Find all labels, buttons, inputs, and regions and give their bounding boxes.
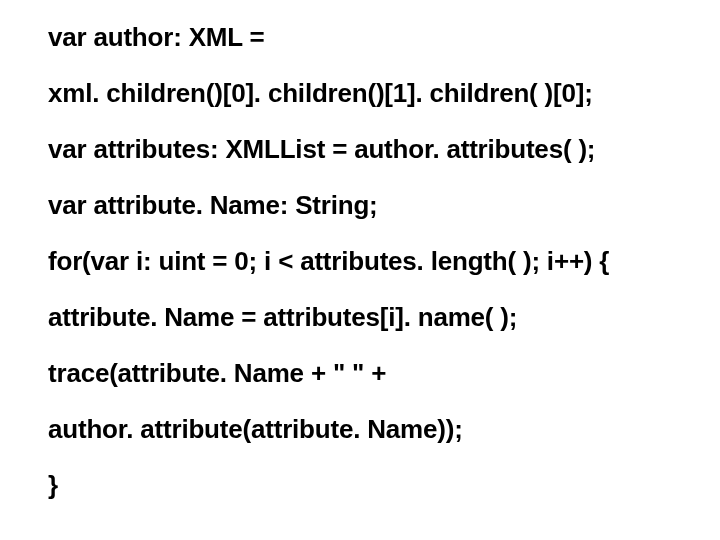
code-line: author. attribute(attribute. Name)); <box>48 416 680 442</box>
code-line: for(var i: uint = 0; i < attributes. len… <box>48 248 680 274</box>
code-line: var author: XML = <box>48 24 680 50</box>
code-line: xml. children()[0]. children()[1]. child… <box>48 80 680 106</box>
code-line: var attribute. Name: String; <box>48 192 680 218</box>
code-block: var author: XML = xml. children()[0]. ch… <box>0 0 720 540</box>
code-line: attribute. Name = attributes[i]. name( )… <box>48 304 680 330</box>
code-line: var attributes: XMLList = author. attrib… <box>48 136 680 162</box>
code-line: } <box>48 472 680 498</box>
code-line: trace(attribute. Name + " " + <box>48 360 680 386</box>
